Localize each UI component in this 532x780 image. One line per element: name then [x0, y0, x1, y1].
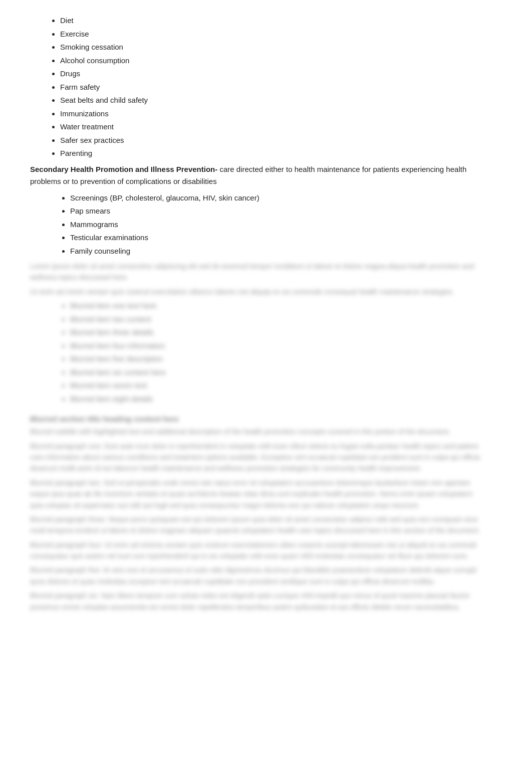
blurred-list-1: Blurred item one text here Blurred item … — [70, 300, 481, 405]
blurred-para-5: Blurred paragraph five: At vero eos et a… — [30, 564, 481, 587]
list-item: Pap smears — [70, 206, 481, 217]
list-item: Diet — [60, 15, 481, 27]
blurred-section-title: Blurred section title heading content he… — [30, 415, 481, 423]
list-item: Parenting — [60, 148, 481, 159]
list-item: Smoking cessation — [60, 42, 481, 53]
list-item: Water treatment — [60, 121, 481, 133]
blurred-list-item: Blurred item three details — [70, 327, 481, 338]
list-item: Farm safety — [60, 82, 481, 93]
secondary-heading-bold: Secondary Health Promotion and Illness P… — [30, 165, 217, 173]
list-item: Mammograms — [70, 219, 481, 231]
blurred-list-item: Blurred item five description — [70, 353, 481, 365]
blurred-area-1: Lorem ipsum dolor sit amet consectetur a… — [30, 261, 481, 405]
list-item: Family counseling — [70, 246, 481, 257]
blurred-large-section: Blurred section title heading content he… — [30, 415, 481, 613]
blurred-list-item: Blurred item eight details — [70, 394, 481, 405]
blurred-list-item: Blurred item six content here — [70, 367, 481, 378]
secondary-section-intro: Secondary Health Promotion and Illness P… — [30, 163, 481, 187]
list-item: Safer sex practices — [60, 135, 481, 146]
list-item: Immunizations — [60, 108, 481, 120]
list-item: Screenings (BP, cholesterol, glaucoma, H… — [70, 192, 481, 204]
main-content: Diet Exercise Smoking cessation Alcohol … — [30, 15, 481, 613]
blurred-list-item: Blurred item seven text — [70, 380, 481, 392]
list-item: Seat belts and child safety — [60, 95, 481, 106]
list-item: Exercise — [60, 29, 481, 40]
blurred-para-3: Blurred paragraph three: Neque porro qui… — [30, 514, 481, 536]
blurred-list-item: Blurred item four information — [70, 340, 481, 352]
blurred-section-subtitle: Blurred subtitle with highlighted text a… — [30, 426, 481, 437]
blurred-text-2: Ut enim ad minim veniam quis nostrud exe… — [30, 286, 481, 297]
secondary-list: Screenings (BP, cholesterol, glaucoma, H… — [70, 192, 481, 257]
blurred-para-2: Blurred paragraph two: Sed ut perspiciat… — [30, 477, 481, 511]
blurred-text-1: Lorem ipsum dolor sit amet consectetur a… — [30, 261, 481, 283]
list-item: Testicular examinations — [70, 232, 481, 244]
blurred-list-item: Blurred item one text here — [70, 300, 481, 312]
primary-list: Diet Exercise Smoking cessation Alcohol … — [60, 15, 481, 159]
list-item: Drugs — [60, 68, 481, 80]
blurred-para-1: Blurred paragraph one: Duis aute irure d… — [30, 441, 481, 474]
blurred-para-4: Blurred paragraph four: Ut enim ad minim… — [30, 539, 481, 562]
list-item: Alcohol consumption — [60, 55, 481, 67]
blurred-list-item: Blurred item two content — [70, 314, 481, 325]
blurred-para-6: Blurred paragraph six: Nam libero tempor… — [30, 590, 481, 613]
